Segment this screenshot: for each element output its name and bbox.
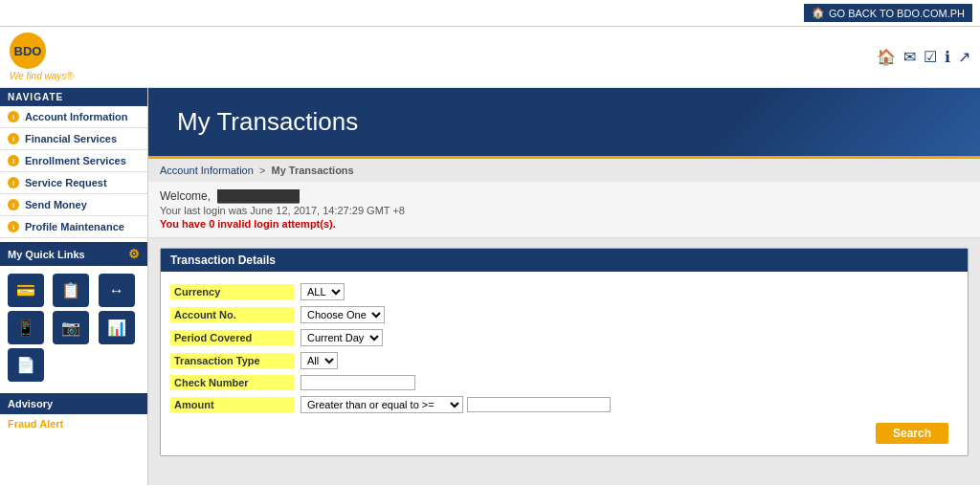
advisory-section: Advisory	[0, 393, 147, 414]
ql-button-1[interactable]: 💳	[8, 274, 44, 307]
home-icon: 🏠	[812, 7, 825, 19]
form-row-amount: Amount Greater than or equal to >=	[170, 396, 958, 413]
ql-icon-1: 💳	[16, 281, 35, 299]
sidebar-item-enrollment-services[interactable]: i Enrollment Services	[0, 150, 147, 172]
sidebar-label-service-request: Service Request	[25, 177, 107, 188]
select-account-no[interactable]: Choose One	[301, 306, 385, 323]
nav-bullet: i	[8, 177, 19, 188]
ql-button-5[interactable]: 📷	[53, 311, 89, 344]
label-period-covered: Period Covered	[170, 330, 295, 345]
control-period-covered: Current Day	[301, 329, 383, 346]
fraud-alert-link[interactable]: Fraud Alert	[0, 414, 147, 433]
nav-bullet: i	[8, 155, 19, 166]
transaction-section: Transaction Details Currency ALL Account…	[160, 248, 969, 456]
nav-bullet: i	[8, 133, 19, 144]
sidebar-label-account-information: Account Information	[25, 111, 128, 122]
welcome-bar: Welcome, ██████████ Your last login was …	[148, 182, 980, 238]
control-currency: ALL	[301, 283, 345, 300]
sidebar: NAVIGATE i Account Information i Financi…	[0, 88, 148, 485]
breadcrumb-current: My Transactions	[272, 165, 354, 176]
ql-icon-3: ↔	[109, 282, 124, 299]
navigate-header: NAVIGATE	[0, 88, 147, 106]
go-back-button[interactable]: 🏠 GO BACK TO BDO.COM.PH	[804, 4, 972, 22]
ql-button-2[interactable]: 📋	[53, 274, 89, 307]
control-amount: Greater than or equal to >=	[301, 396, 611, 413]
select-currency[interactable]: ALL	[301, 283, 345, 300]
select-transaction-type[interactable]: All	[301, 352, 338, 369]
nav-bullet: i	[8, 111, 19, 122]
transaction-body: Currency ALL Account No. Choose One	[161, 272, 968, 455]
share-icon[interactable]: ↗	[958, 48, 970, 66]
label-check-number: Check Number	[170, 375, 295, 390]
info-icon[interactable]: ℹ	[945, 48, 950, 66]
sidebar-item-service-request[interactable]: i Service Request	[0, 172, 147, 194]
ql-button-4[interactable]: 📱	[8, 311, 44, 344]
ql-icon-4: 📱	[16, 319, 35, 337]
gear-icon[interactable]: ⚙	[128, 247, 140, 261]
form-row-check-number: Check Number	[170, 375, 958, 390]
control-account-no: Choose One	[301, 306, 385, 323]
sidebar-label-profile-maintenance: Profile Maintenance	[25, 221, 124, 232]
username-masked: ██████████	[217, 189, 299, 203]
welcome-text: Welcome, ██████████	[160, 189, 969, 203]
label-account-no: Account No.	[170, 307, 295, 322]
form-row-period-covered: Period Covered Current Day	[170, 329, 958, 346]
page-banner: My Transactions	[148, 88, 980, 159]
quick-links-header: My Quick Links ⚙	[0, 242, 147, 266]
ql-button-7[interactable]: 📄	[8, 348, 44, 382]
sidebar-item-financial-services[interactable]: i Financial Services	[0, 128, 147, 150]
main-content: My Transactions Account Information > My…	[148, 88, 980, 485]
top-bar: 🏠 GO BACK TO BDO.COM.PH	[0, 0, 980, 27]
header-icons: 🏠 ✉ ☑ ℹ ↗	[877, 48, 970, 66]
sidebar-label-enrollment-services: Enrollment Services	[25, 155, 126, 166]
input-amount-value[interactable]	[467, 397, 611, 412]
select-period-covered[interactable]: Current Day	[301, 329, 383, 346]
sidebar-item-account-information[interactable]: i Account Information	[0, 106, 147, 128]
sidebar-label-financial-services: Financial Services	[25, 133, 117, 144]
label-currency: Currency	[170, 284, 295, 299]
form-row-account-no: Account No. Choose One	[170, 306, 958, 323]
ql-icon-5: 📷	[61, 319, 80, 337]
combined-header: BDO We find ways® 🏠 ✉ ☑ ℹ ↗	[0, 27, 980, 88]
last-login: Your last login was June 12, 2017, 14:27…	[160, 205, 969, 216]
search-button[interactable]: Search	[876, 423, 948, 444]
sidebar-label-send-money: Send Money	[25, 199, 87, 210]
logo: BDO	[10, 33, 74, 69]
home-nav-icon[interactable]: 🏠	[877, 48, 896, 66]
input-check-number[interactable]	[301, 375, 415, 390]
label-amount: Amount	[170, 397, 295, 412]
sidebar-item-send-money[interactable]: i Send Money	[0, 194, 147, 216]
ql-button-3[interactable]: ↔	[99, 274, 135, 307]
ql-button-6[interactable]: 📊	[99, 311, 135, 344]
ql-icon-2: 📋	[61, 281, 80, 299]
logo-circle: BDO	[10, 33, 46, 69]
check-icon[interactable]: ☑	[924, 48, 937, 66]
mail-icon[interactable]: ✉	[903, 48, 916, 66]
logo-area: BDO We find ways®	[10, 33, 74, 81]
ql-icon-6: 📊	[107, 319, 126, 337]
form-row-currency: Currency ALL	[170, 283, 958, 300]
search-row: Search	[170, 423, 958, 444]
transaction-header: Transaction Details	[161, 249, 968, 272]
control-check-number	[301, 375, 415, 390]
select-amount-operator[interactable]: Greater than or equal to >=	[301, 396, 463, 413]
invalid-attempts: You have 0 invalid login attempt(s).	[160, 218, 969, 230]
nav-bullet: i	[8, 221, 19, 232]
main-layout: NAVIGATE i Account Information i Financi…	[0, 88, 980, 485]
quick-links-grid: 💳 📋 ↔ 📱 📷 📊 📄	[0, 266, 147, 389]
breadcrumb-account-information[interactable]: Account Information	[160, 165, 254, 176]
sidebar-item-profile-maintenance[interactable]: i Profile Maintenance	[0, 216, 147, 238]
page-title: My Transactions	[177, 107, 951, 137]
label-transaction-type: Transaction Type	[170, 353, 295, 368]
ql-icon-7: 📄	[16, 356, 35, 374]
logo-tagline: We find ways®	[10, 71, 74, 81]
control-transaction-type: All	[301, 352, 338, 369]
form-row-transaction-type: Transaction Type All	[170, 352, 958, 369]
nav-bullet: i	[8, 199, 19, 210]
breadcrumb: Account Information > My Transactions	[148, 159, 980, 182]
